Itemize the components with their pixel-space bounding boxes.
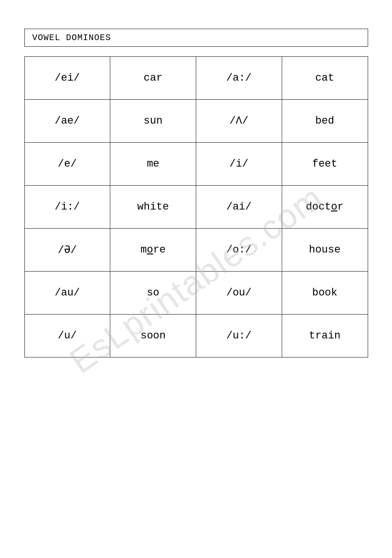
cell-7-2: soon bbox=[110, 315, 196, 358]
cell-2-3: /Λ/ bbox=[196, 100, 282, 143]
cell-4-4: doctor bbox=[282, 186, 368, 229]
cell-5-4: house bbox=[282, 229, 368, 272]
cell-6-4: book bbox=[282, 272, 368, 315]
cell-1-2: car bbox=[110, 57, 196, 100]
cell-2-1: /ae/ bbox=[24, 100, 110, 143]
cell-6-2: so bbox=[110, 272, 196, 315]
cell-5-2: more bbox=[110, 229, 196, 272]
cell-7-4: train bbox=[282, 315, 368, 358]
domino-table: /ei/ car /a:/ cat /ae/ sun /Λ/ bed /e/ m… bbox=[24, 56, 368, 358]
cell-6-3: /ou/ bbox=[196, 272, 282, 315]
cell-6-1: /au/ bbox=[24, 272, 110, 315]
table-row: /Ə/ more /o:/ house bbox=[24, 229, 368, 272]
table-row: /ae/ sun /Λ/ bed bbox=[24, 100, 368, 143]
table-row: /i:/ white /ai/ doctor bbox=[24, 186, 368, 229]
cell-7-3: /u:/ bbox=[196, 315, 282, 358]
cell-2-2: sun bbox=[110, 100, 196, 143]
cell-5-3: /o:/ bbox=[196, 229, 282, 272]
table-row: /ei/ car /a:/ cat bbox=[24, 57, 368, 100]
cell-3-2: me bbox=[110, 143, 196, 186]
cell-3-3: /i/ bbox=[196, 143, 282, 186]
page-title: VOWEL DOMINOES bbox=[32, 33, 111, 42]
cell-1-1: /ei/ bbox=[24, 57, 110, 100]
table-row: /au/ so /ou/ book bbox=[24, 272, 368, 315]
table-row: /e/ me /i/ feet bbox=[24, 143, 368, 186]
underline-o-more: o bbox=[147, 244, 153, 256]
cell-1-4: cat bbox=[282, 57, 368, 100]
cell-4-1: /i:/ bbox=[24, 186, 110, 229]
title-box: VOWEL DOMINOES bbox=[24, 29, 368, 47]
cell-7-1: /u/ bbox=[24, 315, 110, 358]
cell-3-1: /e/ bbox=[24, 143, 110, 186]
page-container: VOWEL DOMINOES /ei/ car /a:/ cat /ae/ su… bbox=[24, 29, 368, 358]
cell-5-1: /Ə/ bbox=[24, 229, 110, 272]
cell-3-4: feet bbox=[282, 143, 368, 186]
table-row: /u/ soon /u:/ train bbox=[24, 315, 368, 358]
cell-4-2: white bbox=[110, 186, 196, 229]
underline-o: o bbox=[331, 201, 337, 213]
cell-1-3: /a:/ bbox=[196, 57, 282, 100]
cell-4-3: /ai/ bbox=[196, 186, 282, 229]
cell-2-4: bed bbox=[282, 100, 368, 143]
